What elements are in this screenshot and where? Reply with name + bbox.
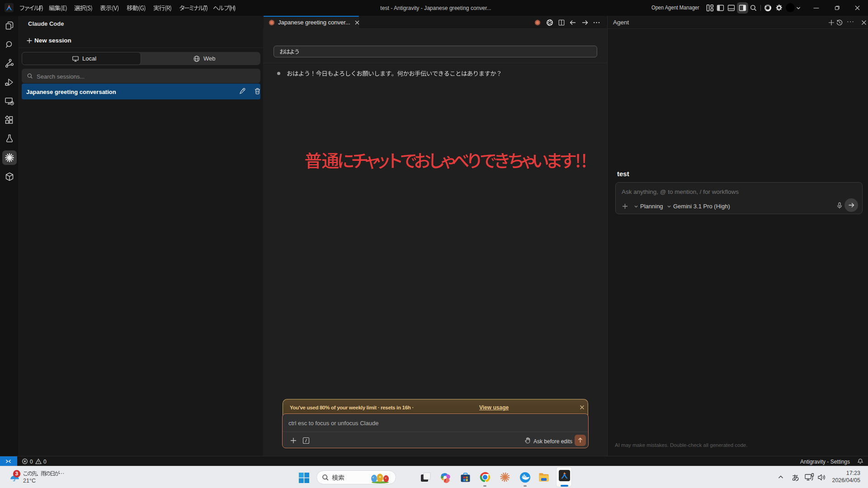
svg-text:3: 3 bbox=[15, 471, 18, 476]
